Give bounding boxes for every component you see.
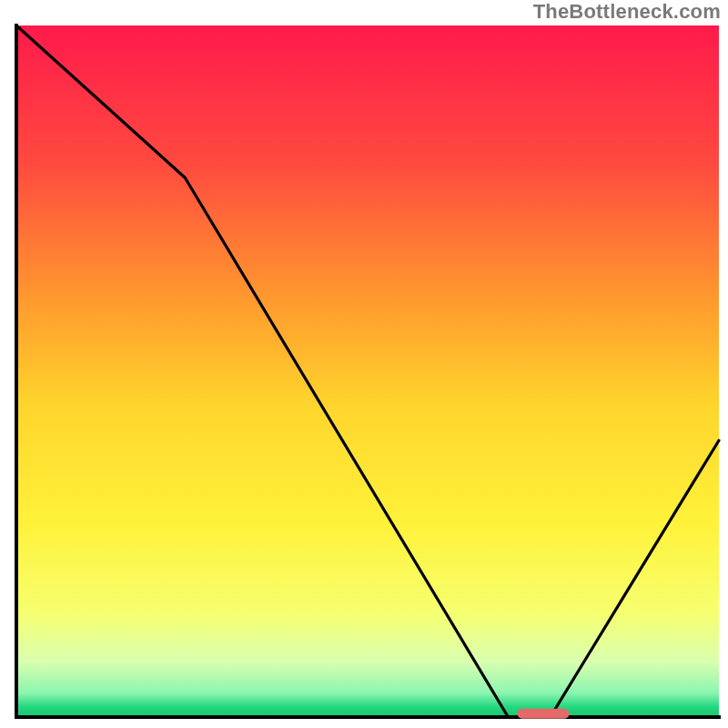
watermark-text: TheBottleneck.com — [533, 0, 721, 24]
bottleneck-chart — [0, 0, 728, 728]
chart-stage: TheBottleneck.com — [0, 0, 728, 728]
